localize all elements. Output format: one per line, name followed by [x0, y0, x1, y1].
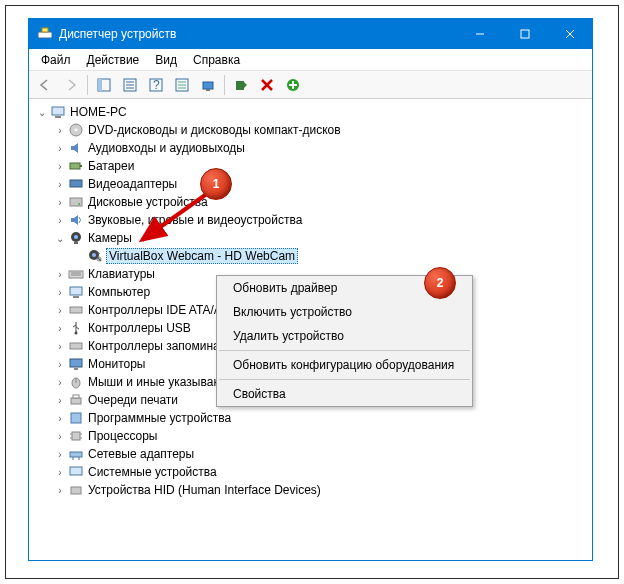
svg-rect-61	[70, 452, 82, 457]
menubar: Файл Действие Вид Справка	[29, 49, 592, 71]
tree-label: Программные устройства	[88, 411, 231, 425]
scan-hardware-button[interactable]	[196, 73, 220, 97]
tree-item-audio[interactable]: ›Аудиовходы и аудиовыходы	[31, 139, 590, 157]
tree-item-software[interactable]: ›Программные устройства	[31, 409, 590, 427]
tree-item-video[interactable]: ›Видеоадаптеры	[31, 175, 590, 193]
ctx-scan-hardware[interactable]: Обновить конфигурацию оборудования	[217, 353, 472, 377]
chevron-right-icon[interactable]: ›	[53, 123, 67, 137]
svg-point-36	[74, 235, 78, 239]
chevron-down-icon[interactable]: ⌄	[35, 105, 49, 119]
camera-icon	[86, 248, 102, 264]
tree-item-disk[interactable]: ›Дисковые устройства	[31, 193, 590, 211]
tree-label: Сетевые адаптеры	[88, 447, 194, 461]
disc-icon	[68, 122, 84, 138]
close-button[interactable]	[547, 19, 592, 49]
ctx-properties[interactable]: Свойства	[217, 382, 472, 406]
svg-point-29	[75, 129, 78, 132]
menu-file[interactable]: Файл	[33, 51, 79, 69]
controller-icon	[68, 302, 84, 318]
tree-label: Видеоадаптеры	[88, 177, 177, 191]
chevron-right-icon[interactable]: ›	[53, 483, 67, 497]
chevron-right-icon[interactable]: ›	[53, 267, 67, 281]
tree-item-hid[interactable]: ›Устройства HID (Human Interface Devices…	[31, 481, 590, 499]
chevron-right-icon[interactable]: ›	[53, 375, 67, 389]
chevron-right-icon[interactable]: ›	[53, 141, 67, 155]
svg-rect-33	[70, 198, 82, 206]
svg-point-47	[75, 332, 78, 335]
usb-icon	[68, 320, 84, 336]
ctx-enable-device[interactable]: Включить устройство	[217, 300, 472, 324]
tree-item-batteries[interactable]: ›Батареи	[31, 157, 590, 175]
cpu-icon	[68, 428, 84, 444]
svg-rect-7	[98, 79, 102, 91]
keyboard-icon	[68, 266, 84, 282]
chevron-right-icon[interactable]: ›	[53, 303, 67, 317]
chevron-right-icon[interactable]: ›	[53, 393, 67, 407]
chevron-right-icon[interactable]: ›	[53, 411, 67, 425]
chevron-right-icon[interactable]: ›	[53, 159, 67, 173]
toolbar-separator	[87, 75, 88, 95]
tree-item-cameras[interactable]: ⌄Камеры	[31, 229, 590, 247]
tree-item-cpu[interactable]: ›Процессоры	[31, 427, 590, 445]
battery-icon	[68, 158, 84, 174]
tree-label: Звуковые, игровые и видеоустройства	[88, 213, 302, 227]
chevron-down-icon[interactable]: ⌄	[53, 231, 67, 245]
chevron-right-icon[interactable]: ›	[53, 465, 67, 479]
toolbar-separator	[224, 75, 225, 95]
svg-rect-56	[72, 432, 80, 440]
chevron-right-icon[interactable]: ›	[53, 357, 67, 371]
nav-back-button[interactable]	[33, 73, 57, 97]
add-hardware-button[interactable]	[281, 73, 305, 97]
svg-rect-19	[206, 89, 210, 91]
spacer	[71, 249, 85, 263]
chevron-right-icon[interactable]: ›	[53, 195, 67, 209]
enable-device-button[interactable]	[229, 73, 253, 97]
list-button[interactable]	[170, 73, 194, 97]
app-icon	[37, 26, 53, 42]
chevron-right-icon[interactable]: ›	[53, 321, 67, 335]
chevron-right-icon[interactable]: ›	[53, 429, 67, 443]
svg-rect-18	[203, 82, 213, 89]
tree-label: Процессоры	[88, 429, 158, 443]
hid-icon	[68, 482, 84, 498]
tree-item-system[interactable]: ›Системные устройства	[31, 463, 590, 481]
svg-rect-0	[38, 32, 52, 38]
menu-help[interactable]: Справка	[185, 51, 248, 69]
tree-item-dvd[interactable]: ›DVD-дисководы и дисководы компакт-диско…	[31, 121, 590, 139]
ctx-separator	[219, 350, 470, 351]
properties-button[interactable]	[118, 73, 142, 97]
minimize-button[interactable]	[457, 19, 502, 49]
chevron-right-icon[interactable]: ›	[53, 213, 67, 227]
svg-rect-53	[71, 398, 81, 404]
chevron-right-icon[interactable]: ›	[53, 339, 67, 353]
chevron-right-icon[interactable]: ›	[53, 285, 67, 299]
svg-rect-32	[70, 180, 82, 187]
tree-root[interactable]: ⌄ HOME-PC	[31, 103, 590, 121]
svg-rect-45	[73, 296, 79, 298]
nav-forward-button[interactable]	[59, 73, 83, 97]
toolbar: ?	[29, 71, 592, 99]
tree-label: Контроллеры USB	[88, 321, 191, 335]
software-icon	[68, 410, 84, 426]
tree-label: HOME-PC	[70, 105, 127, 119]
tree-label-selected: VirtualBox Webcam - HD WebCam	[106, 248, 298, 264]
menu-view[interactable]: Вид	[147, 51, 185, 69]
annotation-badge-2: 2	[424, 267, 456, 299]
help-button[interactable]: ?	[144, 73, 168, 97]
system-icon	[68, 464, 84, 480]
maximize-button[interactable]	[502, 19, 547, 49]
chevron-right-icon[interactable]: ›	[53, 177, 67, 191]
tree-item-network[interactable]: ›Сетевые адаптеры	[31, 445, 590, 463]
uninstall-button[interactable]	[255, 73, 279, 97]
audio-icon	[68, 140, 84, 156]
disk-icon	[68, 194, 84, 210]
ctx-remove-device[interactable]: Удалить устройство	[217, 324, 472, 348]
menu-action[interactable]: Действие	[79, 51, 148, 69]
show-hide-tree-button[interactable]	[92, 73, 116, 97]
svg-rect-65	[71, 487, 81, 494]
svg-rect-48	[70, 343, 82, 349]
tree-label: Дисковые устройства	[88, 195, 208, 209]
tree-item-sound[interactable]: ›Звуковые, игровые и видеоустройства	[31, 211, 590, 229]
tree-item-webcam[interactable]: VirtualBox Webcam - HD WebCam	[31, 247, 590, 265]
chevron-right-icon[interactable]: ›	[53, 447, 67, 461]
